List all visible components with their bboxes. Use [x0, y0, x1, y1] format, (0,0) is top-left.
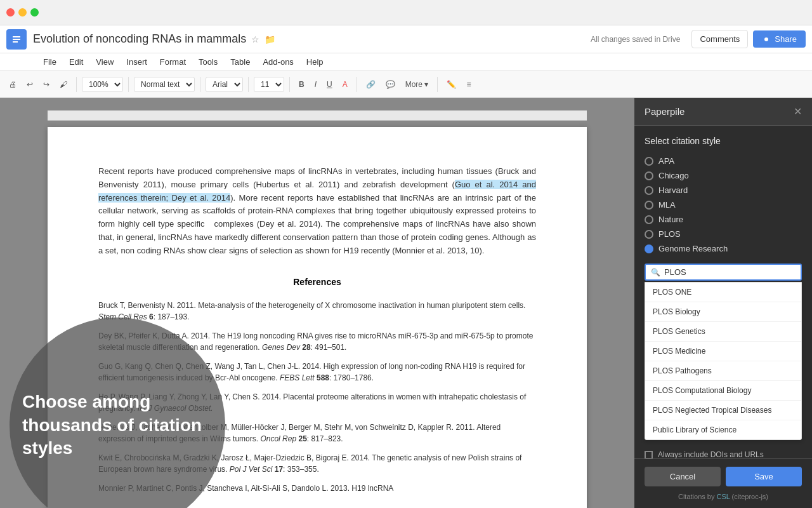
svg-rect-0 — [13, 36, 20, 37]
toolbar-divider-6 — [357, 77, 357, 92]
style-search-box: 🔍 — [645, 264, 802, 281]
comments-button[interactable]: Comments — [691, 30, 748, 48]
underline-button[interactable]: U — [323, 77, 336, 91]
style-select[interactable]: Normal text — [134, 77, 195, 92]
style-option-plos[interactable]: PLOS — [645, 229, 802, 239]
dropdown-item-plos-comp-bio[interactable]: PLOS Computational Biology — [645, 381, 801, 401]
menu-tools[interactable]: Tools — [193, 55, 223, 69]
doc-title-area: Evolution of noncoding RNAs in mammals ☆… — [33, 32, 591, 46]
style-option-harvard[interactable]: Harvard — [645, 185, 802, 195]
font-select[interactable]: Arial — [206, 77, 243, 92]
radio-label-plos: PLOS — [658, 229, 681, 239]
doc-page: Choose among thousands of citation style… — [48, 127, 587, 508]
comment-button[interactable]: 💬 — [382, 77, 399, 91]
toolbar-divider-2 — [128, 77, 129, 92]
svg-rect-1 — [13, 39, 20, 40]
svg-rect-2 — [13, 41, 18, 43]
style-option-mla[interactable]: MLA — [645, 200, 802, 210]
traffic-lights — [6, 8, 39, 17]
menu-file[interactable]: File — [38, 55, 62, 69]
radio-nature[interactable] — [645, 215, 653, 224]
print-button[interactable]: 🖨 — [5, 77, 20, 91]
menu-view[interactable]: View — [91, 55, 119, 69]
font-color-button[interactable]: A — [339, 77, 351, 91]
radio-label-chicago: Chicago — [658, 171, 689, 180]
share-button[interactable]: Share — [753, 30, 806, 48]
italic-button[interactable]: I — [311, 77, 320, 91]
dropdown-item-plos-medicine[interactable]: PLOS Medicine — [645, 342, 801, 361]
dropdown-item-plos-neglected[interactable]: PLOS Neglected Tropical Diseases — [645, 401, 801, 420]
highlight-text: Guo et al. 2014 and references therein; … — [98, 180, 536, 203]
style-option-apa[interactable]: APA — [645, 156, 802, 166]
title-bar — [0, 0, 812, 25]
style-search-input[interactable] — [664, 267, 796, 277]
menu-help[interactable]: Help — [301, 55, 329, 69]
share-icon — [762, 35, 771, 44]
dropdown-item-public-library[interactable]: Public Library of Science — [645, 420, 801, 439]
cancel-button[interactable]: Cancel — [645, 467, 721, 486]
menu-table[interactable]: Table — [225, 55, 255, 69]
redo-button[interactable]: ↪ — [39, 77, 53, 91]
style-option-nature[interactable]: Nature — [645, 215, 802, 224]
bold-button[interactable]: B — [295, 77, 308, 91]
save-button[interactable]: Save — [726, 467, 802, 486]
dropdown-item-plos-biology[interactable]: PLOS Biology — [645, 302, 801, 322]
section-button[interactable]: ≡ — [462, 77, 475, 91]
radio-mla[interactable] — [645, 201, 653, 210]
radio-plos[interactable] — [645, 230, 653, 239]
style-option-genome-research[interactable]: Genome Research — [645, 244, 802, 253]
toolbar-divider-1 — [76, 77, 77, 92]
paperpile-sidebar: Paperpile ✕ Select citation style APA Ch… — [634, 98, 812, 508]
sidebar-content: Select citation style APA Chicago Harvar… — [634, 126, 812, 458]
style-option-chicago[interactable]: Chicago — [645, 171, 802, 180]
style-dropdown: PLOS ONE PLOS Biology PLOS Genetics PLOS… — [645, 282, 802, 440]
menu-insert[interactable]: Insert — [121, 55, 152, 69]
doi-label: Always include DOIs and URLs — [658, 450, 764, 458]
more-button[interactable]: More ▾ — [402, 77, 433, 91]
zoom-select[interactable]: 100% — [82, 77, 123, 92]
maximize-traffic-light[interactable] — [30, 8, 39, 17]
size-select[interactable]: 11 — [254, 77, 284, 92]
toolbar-divider-3 — [200, 77, 200, 92]
link-button[interactable]: 🔗 — [362, 77, 379, 91]
radio-chicago[interactable] — [645, 171, 653, 180]
doc-title[interactable]: Evolution of noncoding RNAs in mammals — [33, 32, 246, 46]
dropdown-item-plos-pathogens[interactable]: PLOS Pathogens — [645, 361, 801, 381]
toolbar-divider-4 — [248, 77, 249, 92]
docs-bar: Evolution of noncoding RNAs in mammals ☆… — [0, 25, 812, 53]
sidebar-close-button[interactable]: ✕ — [794, 105, 802, 117]
google-docs-icon[interactable] — [6, 29, 27, 50]
toolbar: 🖨 ↩ ↪ 🖌 100% Normal text Arial 11 B I U … — [0, 71, 812, 98]
main-area: Choose among thousands of citation style… — [0, 98, 812, 508]
dropdown-item-plos-genetics[interactable]: PLOS Genetics — [645, 322, 801, 342]
csl-link[interactable]: CSL — [717, 493, 730, 500]
menu-format[interactable]: Format — [155, 55, 191, 69]
references-title: References — [98, 277, 536, 287]
radio-label-genome-research: Genome Research — [658, 244, 728, 253]
citation-style-title: Select citation style — [645, 136, 802, 146]
doi-checkbox[interactable] — [645, 451, 653, 459]
close-traffic-light[interactable] — [6, 8, 15, 17]
radio-harvard[interactable] — [645, 186, 653, 195]
radio-genome-research[interactable] — [645, 244, 653, 253]
star-icon[interactable]: ☆ — [251, 34, 259, 44]
menu-addons[interactable]: Add-ons — [258, 55, 298, 69]
svg-point-3 — [764, 37, 768, 41]
undo-button[interactable]: ↩ — [23, 77, 37, 91]
radio-label-harvard: Harvard — [658, 185, 688, 195]
doi-checkbox-row: Always include DOIs and URLs — [645, 450, 802, 458]
draw-button[interactable]: ✏️ — [443, 77, 460, 91]
search-icon: 🔍 — [651, 268, 660, 277]
folder-icon[interactable]: 📁 — [265, 34, 275, 44]
minimize-traffic-light[interactable] — [18, 8, 27, 17]
ref-item: Bruck T, Benvenisty N. 2011. Meta-analys… — [98, 300, 536, 323]
doc-area[interactable]: Choose among thousands of citation style… — [0, 98, 634, 508]
sidebar-header: Paperpile ✕ — [634, 98, 812, 126]
radio-apa[interactable] — [645, 157, 653, 166]
paint-format-button[interactable]: 🖌 — [56, 77, 71, 91]
dropdown-item-plos-one[interactable]: PLOS ONE — [645, 283, 801, 302]
menu-edit[interactable]: Edit — [64, 55, 88, 69]
radio-label-mla: MLA — [658, 200, 676, 210]
toolbar-divider-7 — [437, 77, 438, 92]
ruler — [48, 110, 587, 121]
